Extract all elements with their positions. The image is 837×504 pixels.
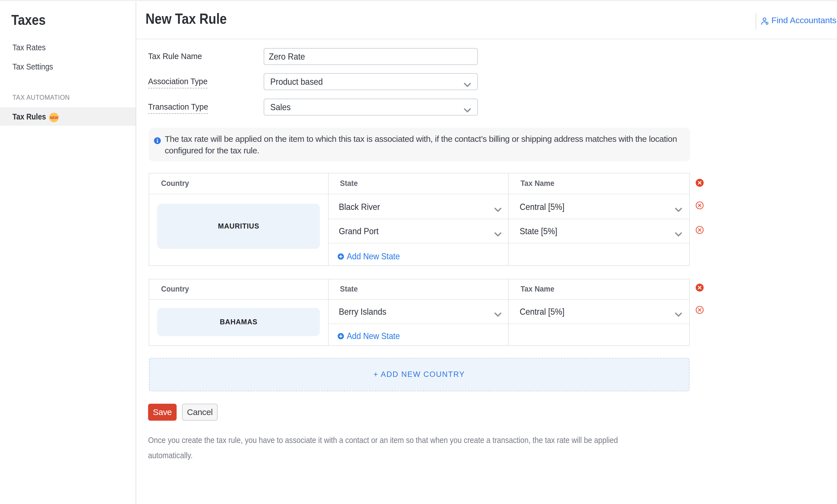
svg-text:NEW: NEW — [50, 115, 58, 120]
